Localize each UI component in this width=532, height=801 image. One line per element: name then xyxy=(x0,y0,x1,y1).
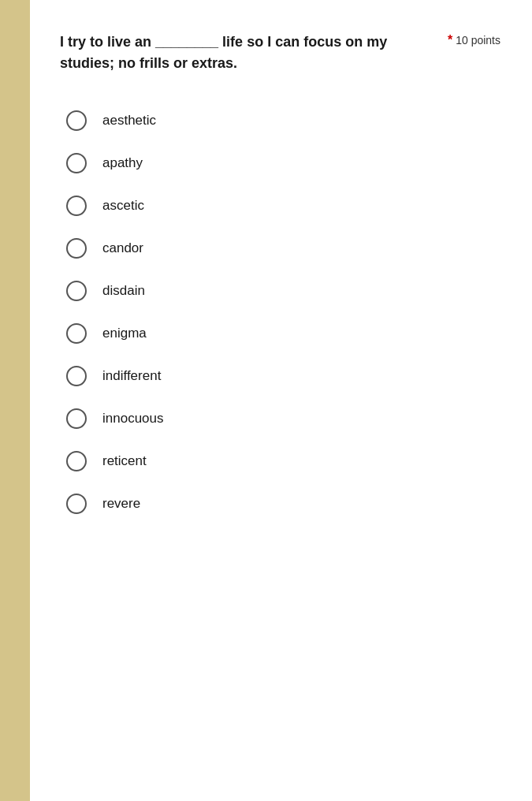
radio-opt9[interactable] xyxy=(66,451,87,471)
option-label-opt4: candor xyxy=(102,240,143,256)
option-label-opt3: ascetic xyxy=(102,198,144,214)
option-item-opt3[interactable]: ascetic xyxy=(60,184,500,227)
radio-opt10[interactable] xyxy=(66,494,87,514)
radio-opt1[interactable] xyxy=(66,110,87,131)
option-item-opt6[interactable]: enigma xyxy=(60,312,500,355)
option-item-opt7[interactable]: indifferent xyxy=(60,355,500,397)
radio-opt3[interactable] xyxy=(66,196,87,216)
option-item-opt4[interactable]: candor xyxy=(60,227,500,270)
option-item-opt9[interactable]: reticent xyxy=(60,440,500,482)
radio-opt7[interactable] xyxy=(66,366,87,386)
option-label-opt10: revere xyxy=(102,496,140,512)
question-text: I try to live an ________ life so I can … xyxy=(60,32,438,74)
option-item-opt1[interactable]: aesthetic xyxy=(60,99,500,142)
option-label-opt5: disdain xyxy=(102,283,145,299)
option-item-opt5[interactable]: disdain xyxy=(60,270,500,312)
radio-opt8[interactable] xyxy=(66,408,87,429)
option-label-opt6: enigma xyxy=(102,326,147,341)
question-header: I try to live an ________ life so I can … xyxy=(60,32,500,74)
option-label-opt1: aesthetic xyxy=(102,113,156,129)
radio-opt6[interactable] xyxy=(66,323,87,344)
option-item-opt8[interactable]: innocuous xyxy=(60,397,500,440)
options-list: aestheticapathyasceticcandordisdainenigm… xyxy=(60,99,500,525)
required-star: * xyxy=(448,33,452,47)
radio-opt5[interactable] xyxy=(66,281,87,301)
option-item-opt10[interactable]: revere xyxy=(60,482,500,525)
option-label-opt2: apathy xyxy=(102,155,143,171)
left-sidebar xyxy=(0,0,30,801)
points-container: * 10 points xyxy=(448,33,500,47)
option-label-opt7: indifferent xyxy=(102,368,161,384)
main-content: I try to live an ________ life so I can … xyxy=(30,0,532,801)
radio-opt2[interactable] xyxy=(66,153,87,173)
points-label: 10 points xyxy=(456,34,500,47)
option-item-opt2[interactable]: apathy xyxy=(60,142,500,184)
option-label-opt9: reticent xyxy=(102,453,147,469)
option-label-opt8: innocuous xyxy=(102,411,164,427)
radio-opt4[interactable] xyxy=(66,238,87,259)
